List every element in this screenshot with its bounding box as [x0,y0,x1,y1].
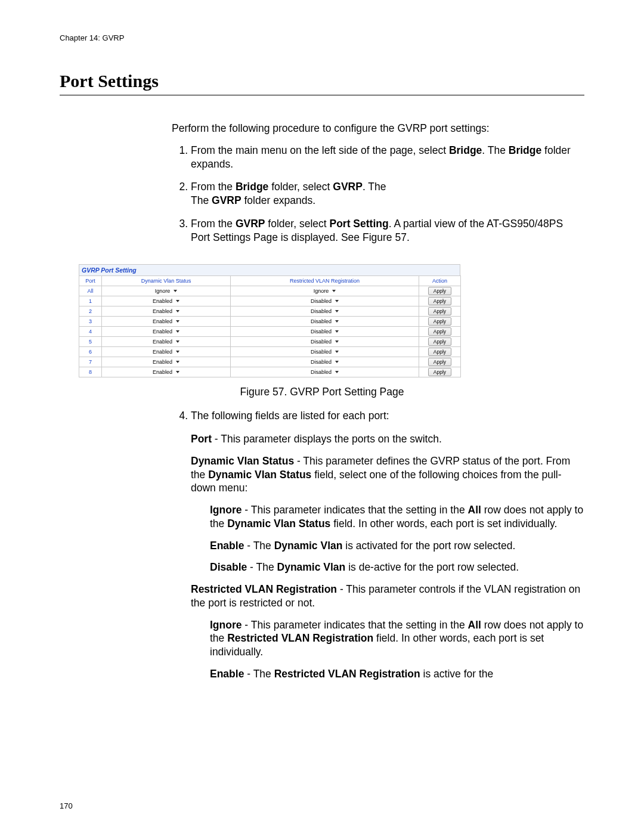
rvr-dropdown[interactable]: Disabled [311,298,339,304]
dvs-dropdown[interactable]: Ignore [155,288,178,294]
gvrp-screenshot: GVRP Port Setting Port Dynamic Vlan Stat… [79,264,460,377]
bold: Ignore [210,504,242,516]
text: folder, select [265,218,330,230]
apply-button[interactable]: Apply [428,327,451,336]
dropdown-value: Disabled [311,339,332,345]
dvs-dropdown[interactable]: Enabled [153,369,179,375]
apply-button[interactable]: Apply [428,297,451,305]
chapter-header: Chapter 14: GVRP [60,33,584,42]
table-row: AllIgnoreIgnoreApply [79,286,461,296]
bold: Bridge [449,144,482,156]
bold: GVRP [212,194,242,206]
bold: Port Setting [329,218,388,230]
dvs-dropdown[interactable]: Enabled [153,298,179,304]
rvr-dropdown[interactable]: Disabled [311,369,339,375]
action-cell: Apply [419,296,461,306]
bold: All [468,504,481,516]
rvr-dropdown[interactable]: Disabled [311,329,339,335]
apply-button[interactable]: Apply [428,307,451,315]
action-cell: Apply [419,327,461,337]
bold: Ignore [210,619,242,631]
apply-button[interactable]: Apply [428,368,451,376]
intro-text: Perform the following procedure to confi… [172,122,584,135]
rvr-dropdown[interactable]: Disabled [311,308,339,314]
rvr-dropdown[interactable]: Disabled [311,359,339,365]
dropdown-value: Enabled [153,308,172,314]
chevron-down-icon [335,351,339,353]
chevron-down-icon [335,361,339,363]
rvr-dropdown[interactable]: Ignore [314,288,336,294]
apply-button[interactable]: Apply [428,348,451,356]
text: - The [247,561,277,573]
field-port: Port - This parameter displays the ports… [191,432,584,446]
text: - The [244,668,274,680]
dropdown-value: Enabled [153,359,172,365]
chevron-down-icon [332,290,336,292]
action-cell: Apply [419,357,461,367]
text: folder, select [268,181,333,193]
apply-button[interactable]: Apply [428,317,451,326]
dvs-dropdown[interactable]: Enabled [153,308,179,314]
port-cell: 1 [79,296,102,306]
dvs-dropdown[interactable]: Enabled [153,339,179,345]
dvs-dropdown[interactable]: Enabled [153,329,179,335]
chevron-down-icon [176,361,179,363]
screenshot-title: GVRP Port Setting [79,264,460,275]
bold: GVRP [333,181,363,193]
chevron-down-icon [335,310,339,312]
bold: Enable [210,540,244,552]
apply-button[interactable]: Apply [428,337,451,346]
dvs-cell: Enabled [102,317,231,327]
table-row: 8EnabledDisabledApply [79,367,461,377]
dropdown-value: Ignore [155,288,171,294]
dvs-disable: Disable - The Dynamic Vlan is de-active … [210,561,584,574]
bold: Dynamic Vlan Status [191,455,294,467]
chevron-down-icon [176,310,179,312]
text: From the main menu on the left side of t… [191,144,449,156]
bold: Disable [210,561,247,573]
bold: Bridge [236,181,268,193]
dropdown-value: Ignore [314,288,329,294]
port-cell: 3 [79,317,102,327]
text: From the [191,181,236,193]
chevron-down-icon [335,320,339,323]
port-cell: 4 [79,327,102,337]
rvr-cell: Disabled [231,317,419,327]
rvr-cell: Ignore [231,286,419,296]
col-rvr: Restricted VLAN Registration [231,276,419,286]
chevron-down-icon [176,351,179,353]
rvr-dropdown[interactable]: Disabled [311,349,339,355]
rvr-cell: Disabled [231,357,419,367]
text: - This parameter displays the ports on t… [212,433,442,445]
table-row: 3EnabledDisabledApply [79,317,461,327]
port-cell: All [79,286,102,296]
action-cell: Apply [419,347,461,357]
table-row: 5EnabledDisabledApply [79,337,461,347]
dvs-dropdown[interactable]: Enabled [153,359,179,365]
dvs-dropdown[interactable]: Enabled [153,349,179,355]
col-dvs: Dynamic Vlan Status [102,276,231,286]
rvr-dropdown[interactable]: Disabled [311,339,339,345]
page-title: Port Settings [60,71,584,91]
bold: Dynamic Vlan Status [208,469,311,481]
dvs-cell: Enabled [102,327,231,337]
text: - This parameter indicates that the sett… [242,619,467,631]
rvr-enable: Enable - The Restricted VLAN Registratio… [210,667,584,681]
apply-button[interactable]: Apply [428,358,451,366]
step-1: From the main menu on the left side of t… [191,144,584,171]
step-3: From the GVRP folder, select Port Settin… [191,217,584,244]
text: - This parameter indicates that the sett… [242,504,467,516]
bold: Enable [210,668,244,680]
rvr-cell: Disabled [231,337,419,347]
rvr-cell: Disabled [231,306,419,317]
chevron-down-icon [176,371,179,373]
port-cell: 7 [79,357,102,367]
dvs-dropdown[interactable]: Enabled [153,318,179,324]
dvs-cell: Enabled [102,337,231,347]
rvr-dropdown[interactable]: Disabled [311,318,339,324]
text: The [191,194,212,206]
chevron-down-icon [176,320,179,323]
dropdown-value: Disabled [311,298,332,304]
apply-button[interactable]: Apply [428,287,451,295]
bold: Dynamic Vlan [274,540,343,552]
